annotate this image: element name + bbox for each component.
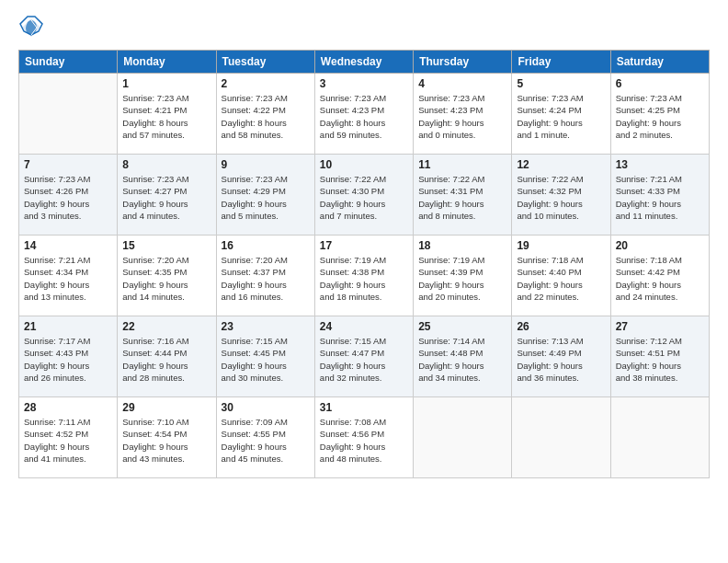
day-number: 4 (418, 77, 506, 90)
day-number: 19 (517, 239, 605, 252)
calendar-cell: 25Sunrise: 7:14 AM Sunset: 4:48 PM Dayli… (414, 316, 512, 397)
calendar-cell: 29Sunrise: 7:10 AM Sunset: 4:54 PM Dayli… (118, 397, 216, 478)
day-info: Sunrise: 7:23 AM Sunset: 4:24 PM Dayligh… (517, 92, 605, 141)
day-number: 9 (222, 158, 310, 171)
day-number: 17 (320, 239, 408, 252)
day-info: Sunrise: 7:23 AM Sunset: 4:29 PM Dayligh… (222, 173, 310, 222)
day-info: Sunrise: 7:18 AM Sunset: 4:40 PM Dayligh… (517, 254, 605, 303)
calendar-cell: 17Sunrise: 7:19 AM Sunset: 4:38 PM Dayli… (314, 236, 413, 316)
calendar-header-thursday: Thursday (414, 51, 512, 74)
calendar-cell (414, 397, 512, 478)
calendar-week-row: 28Sunrise: 7:11 AM Sunset: 4:52 PM Dayli… (19, 397, 710, 478)
day-number: 11 (418, 158, 506, 171)
logo (18, 15, 48, 40)
logo-icon (18, 15, 44, 40)
day-info: Sunrise: 7:21 AM Sunset: 4:34 PM Dayligh… (24, 254, 112, 303)
calendar-cell: 1Sunrise: 7:23 AM Sunset: 4:21 PM Daylig… (118, 74, 216, 155)
day-number: 22 (122, 320, 210, 333)
calendar-header-tuesday: Tuesday (216, 51, 314, 74)
calendar-header-wednesday: Wednesday (314, 51, 413, 74)
day-info: Sunrise: 7:23 AM Sunset: 4:27 PM Dayligh… (122, 173, 210, 222)
day-number: 6 (616, 77, 704, 90)
day-number: 30 (222, 401, 310, 414)
calendar-cell: 21Sunrise: 7:17 AM Sunset: 4:43 PM Dayli… (19, 316, 118, 397)
calendar-header-sunday: Sunday (19, 51, 118, 74)
day-info: Sunrise: 7:19 AM Sunset: 4:38 PM Dayligh… (320, 254, 408, 303)
calendar-cell: 13Sunrise: 7:21 AM Sunset: 4:33 PM Dayli… (610, 155, 709, 236)
day-number: 14 (24, 239, 112, 252)
day-number: 25 (418, 320, 506, 333)
calendar-header-saturday: Saturday (610, 51, 709, 74)
calendar-cell (19, 74, 118, 155)
day-info: Sunrise: 7:22 AM Sunset: 4:32 PM Dayligh… (517, 173, 605, 222)
calendar-cell: 7Sunrise: 7:23 AM Sunset: 4:26 PM Daylig… (19, 155, 118, 236)
calendar-cell: 23Sunrise: 7:15 AM Sunset: 4:45 PM Dayli… (216, 316, 314, 397)
day-info: Sunrise: 7:08 AM Sunset: 4:56 PM Dayligh… (320, 416, 408, 465)
calendar-cell: 6Sunrise: 7:23 AM Sunset: 4:25 PM Daylig… (610, 74, 709, 155)
calendar-cell: 31Sunrise: 7:08 AM Sunset: 4:56 PM Dayli… (314, 397, 413, 478)
day-info: Sunrise: 7:09 AM Sunset: 4:55 PM Dayligh… (222, 416, 310, 465)
day-info: Sunrise: 7:13 AM Sunset: 4:49 PM Dayligh… (517, 335, 605, 384)
day-info: Sunrise: 7:23 AM Sunset: 4:21 PM Dayligh… (122, 92, 210, 141)
calendar-cell: 8Sunrise: 7:23 AM Sunset: 4:27 PM Daylig… (118, 155, 216, 236)
calendar-cell: 16Sunrise: 7:20 AM Sunset: 4:37 PM Dayli… (216, 236, 314, 316)
day-info: Sunrise: 7:15 AM Sunset: 4:47 PM Dayligh… (320, 335, 408, 384)
day-info: Sunrise: 7:23 AM Sunset: 4:22 PM Dayligh… (222, 92, 310, 141)
day-info: Sunrise: 7:19 AM Sunset: 4:39 PM Dayligh… (418, 254, 506, 303)
calendar-week-row: 14Sunrise: 7:21 AM Sunset: 4:34 PM Dayli… (19, 236, 710, 316)
calendar-cell: 10Sunrise: 7:22 AM Sunset: 4:30 PM Dayli… (314, 155, 413, 236)
calendar-cell: 12Sunrise: 7:22 AM Sunset: 4:32 PM Dayli… (512, 155, 610, 236)
calendar-cell (512, 397, 610, 478)
day-number: 26 (517, 320, 605, 333)
calendar-week-row: 7Sunrise: 7:23 AM Sunset: 4:26 PM Daylig… (19, 155, 710, 236)
day-info: Sunrise: 7:17 AM Sunset: 4:43 PM Dayligh… (24, 335, 112, 384)
day-info: Sunrise: 7:14 AM Sunset: 4:48 PM Dayligh… (418, 335, 506, 384)
day-number: 21 (24, 320, 112, 333)
day-number: 3 (320, 77, 408, 90)
day-number: 5 (517, 77, 605, 90)
calendar-cell: 9Sunrise: 7:23 AM Sunset: 4:29 PM Daylig… (216, 155, 314, 236)
calendar-cell: 20Sunrise: 7:18 AM Sunset: 4:42 PM Dayli… (610, 236, 709, 316)
day-info: Sunrise: 7:12 AM Sunset: 4:51 PM Dayligh… (616, 335, 704, 384)
calendar-cell: 2Sunrise: 7:23 AM Sunset: 4:22 PM Daylig… (216, 74, 314, 155)
day-number: 10 (320, 158, 408, 171)
day-info: Sunrise: 7:23 AM Sunset: 4:25 PM Dayligh… (616, 92, 704, 141)
day-info: Sunrise: 7:16 AM Sunset: 4:44 PM Dayligh… (122, 335, 210, 384)
calendar-header-monday: Monday (118, 51, 216, 74)
calendar-cell: 24Sunrise: 7:15 AM Sunset: 4:47 PM Dayli… (314, 316, 413, 397)
calendar-cell (610, 397, 709, 478)
calendar-cell: 18Sunrise: 7:19 AM Sunset: 4:39 PM Dayli… (414, 236, 512, 316)
calendar-cell: 15Sunrise: 7:20 AM Sunset: 4:35 PM Dayli… (118, 236, 216, 316)
day-info: Sunrise: 7:22 AM Sunset: 4:30 PM Dayligh… (320, 173, 408, 222)
calendar-week-row: 1Sunrise: 7:23 AM Sunset: 4:21 PM Daylig… (19, 74, 710, 155)
day-number: 28 (24, 401, 112, 414)
calendar-cell: 26Sunrise: 7:13 AM Sunset: 4:49 PM Dayli… (512, 316, 610, 397)
day-info: Sunrise: 7:20 AM Sunset: 4:35 PM Dayligh… (122, 254, 210, 303)
calendar-cell: 11Sunrise: 7:22 AM Sunset: 4:31 PM Dayli… (414, 155, 512, 236)
day-info: Sunrise: 7:23 AM Sunset: 4:23 PM Dayligh… (418, 92, 506, 141)
calendar-header-row: SundayMondayTuesdayWednesdayThursdayFrid… (19, 51, 710, 74)
day-number: 2 (222, 77, 310, 90)
day-info: Sunrise: 7:23 AM Sunset: 4:23 PM Dayligh… (320, 92, 408, 141)
calendar-cell: 14Sunrise: 7:21 AM Sunset: 4:34 PM Dayli… (19, 236, 118, 316)
calendar-cell: 27Sunrise: 7:12 AM Sunset: 4:51 PM Dayli… (610, 316, 709, 397)
calendar-week-row: 21Sunrise: 7:17 AM Sunset: 4:43 PM Dayli… (19, 316, 710, 397)
day-info: Sunrise: 7:10 AM Sunset: 4:54 PM Dayligh… (122, 416, 210, 465)
day-number: 13 (616, 158, 704, 171)
day-number: 15 (122, 239, 210, 252)
day-number: 8 (122, 158, 210, 171)
calendar-header-friday: Friday (512, 51, 610, 74)
day-number: 7 (24, 158, 112, 171)
calendar: SundayMondayTuesdayWednesdayThursdayFrid… (18, 50, 710, 478)
day-info: Sunrise: 7:15 AM Sunset: 4:45 PM Dayligh… (222, 335, 310, 384)
calendar-cell: 30Sunrise: 7:09 AM Sunset: 4:55 PM Dayli… (216, 397, 314, 478)
calendar-cell: 22Sunrise: 7:16 AM Sunset: 4:44 PM Dayli… (118, 316, 216, 397)
day-info: Sunrise: 7:11 AM Sunset: 4:52 PM Dayligh… (24, 416, 112, 465)
calendar-cell: 5Sunrise: 7:23 AM Sunset: 4:24 PM Daylig… (512, 74, 610, 155)
calendar-cell: 4Sunrise: 7:23 AM Sunset: 4:23 PM Daylig… (414, 74, 512, 155)
day-info: Sunrise: 7:18 AM Sunset: 4:42 PM Dayligh… (616, 254, 704, 303)
day-number: 31 (320, 401, 408, 414)
day-number: 16 (222, 239, 310, 252)
day-info: Sunrise: 7:20 AM Sunset: 4:37 PM Dayligh… (222, 254, 310, 303)
day-number: 18 (418, 239, 506, 252)
